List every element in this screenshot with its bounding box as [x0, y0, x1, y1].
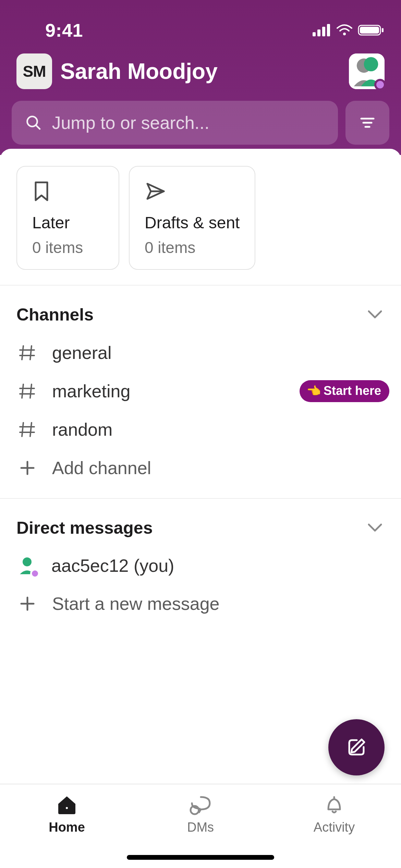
svg-line-18	[30, 346, 32, 360]
home-indicator[interactable]	[127, 855, 274, 860]
drafts-card-title: Drafts & sent	[145, 213, 240, 232]
drafts-card[interactable]: Drafts & sent 0 items	[129, 166, 255, 270]
channels-heading: Channels	[16, 305, 94, 325]
hash-icon	[19, 421, 36, 438]
send-icon	[145, 180, 167, 202]
point-left-emoji-icon: 👈	[306, 384, 321, 398]
dms-heading: Direct messages	[16, 518, 153, 538]
svg-point-31	[23, 557, 32, 566]
tab-activity[interactable]: Activity	[267, 793, 401, 868]
svg-point-10	[364, 57, 378, 71]
compose-icon	[344, 735, 368, 759]
search-icon	[25, 114, 41, 132]
chevron-down-icon	[365, 518, 385, 538]
status-bar: 9:41	[0, 10, 401, 47]
search-bar[interactable]	[12, 101, 338, 145]
chevron-down-icon	[365, 305, 385, 324]
tab-home-label: Home	[49, 820, 85, 835]
svg-line-21	[22, 384, 23, 398]
filter-button[interactable]	[345, 101, 389, 145]
cellular-icon	[313, 24, 331, 36]
search-input[interactable]	[52, 112, 324, 133]
svg-rect-6	[360, 27, 379, 34]
svg-line-26	[30, 423, 32, 436]
tab-dms-label: DMs	[187, 820, 214, 835]
drafts-card-sub: 0 items	[145, 238, 240, 257]
workspace-switcher[interactable]: SM	[16, 53, 52, 89]
channel-general[interactable]: general	[0, 334, 401, 372]
channels-header[interactable]: Channels	[0, 299, 401, 334]
svg-rect-7	[382, 28, 384, 32]
start-new-message[interactable]: Start a new message	[0, 584, 401, 623]
svg-rect-2	[322, 27, 325, 36]
channel-marketing[interactable]: marketing 👈 Start here	[0, 372, 401, 410]
workspace-initials: SM	[23, 62, 46, 81]
tab-activity-label: Activity	[314, 820, 355, 835]
hash-icon	[19, 344, 36, 362]
presence-dot-icon	[374, 79, 386, 91]
hash-icon	[19, 382, 36, 400]
svg-line-17	[22, 346, 23, 360]
add-channel-label: Add channel	[52, 458, 385, 478]
tab-home[interactable]: Home	[0, 793, 134, 868]
svg-point-34	[66, 807, 68, 809]
status-icons	[313, 24, 385, 36]
workspace-name[interactable]: Sarah Moodjoy	[60, 59, 341, 84]
svg-rect-3	[327, 24, 330, 36]
dms-section: Direct messages aac5ec12 (you)	[0, 498, 401, 626]
later-card-title: Later	[32, 213, 104, 232]
start-here-badge[interactable]: 👈 Start here	[300, 380, 389, 402]
channel-label: random	[52, 419, 385, 440]
home-icon	[56, 794, 77, 816]
svg-rect-0	[313, 32, 316, 36]
presence-dot-icon	[30, 569, 40, 578]
start-here-label: Start here	[324, 384, 381, 398]
dms-header[interactable]: Direct messages	[0, 513, 401, 547]
status-time: 9:41	[45, 20, 83, 41]
svg-point-4	[343, 33, 346, 35]
plus-icon	[19, 595, 36, 613]
svg-rect-1	[317, 29, 320, 36]
plus-icon	[19, 459, 36, 477]
bookmark-icon	[32, 180, 51, 202]
wifi-icon	[336, 24, 353, 36]
dm-self[interactable]: aac5ec12 (you)	[0, 547, 401, 584]
start-new-message-label: Start a new message	[52, 593, 385, 614]
svg-line-25	[22, 423, 23, 436]
quick-access-cards: Later 0 items Drafts & sent 0 items	[0, 149, 401, 286]
dm-self-label: aac5ec12 (you)	[51, 555, 385, 576]
profile-button[interactable]	[349, 53, 385, 89]
svg-line-12	[36, 125, 40, 129]
channel-random[interactable]: random	[0, 410, 401, 449]
battery-icon	[358, 24, 385, 36]
channel-label: general	[52, 342, 385, 363]
bell-icon	[324, 794, 345, 816]
later-card[interactable]: Later 0 items	[16, 166, 119, 270]
add-channel[interactable]: Add channel	[0, 449, 401, 487]
svg-line-22	[30, 384, 32, 398]
later-card-sub: 0 items	[32, 238, 104, 257]
compose-fab[interactable]	[328, 719, 385, 775]
channels-section: Channels general	[0, 286, 401, 490]
dms-icon	[189, 794, 212, 816]
filter-icon	[359, 114, 376, 132]
